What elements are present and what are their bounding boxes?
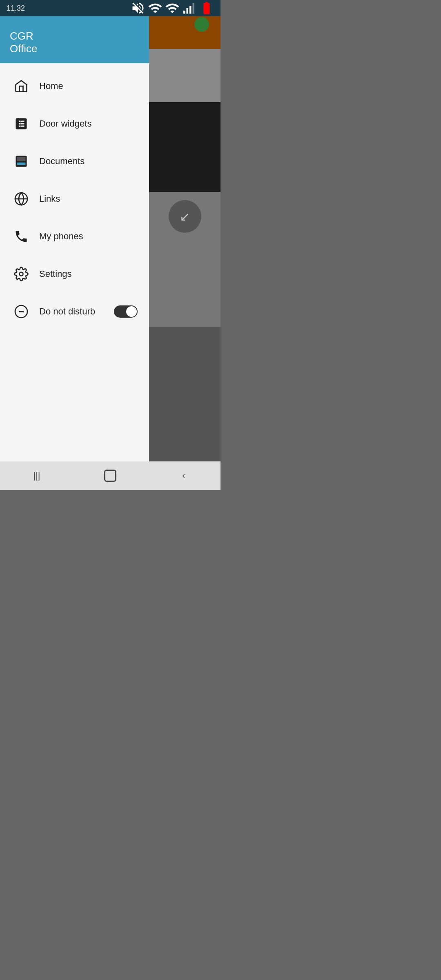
phone-icon <box>11 227 31 246</box>
recents-button[interactable]: ||| <box>24 468 49 484</box>
svg-point-5 <box>19 123 20 125</box>
status-icons <box>131 1 214 16</box>
green-dot-indicator <box>194 17 209 32</box>
back-icon: ‹ <box>182 470 185 481</box>
links-icon <box>11 189 31 209</box>
sidebar-item-settings-label: Settings <box>39 269 72 279</box>
svg-point-11 <box>20 272 23 276</box>
right-panel: ↙ <box>149 0 220 490</box>
dnd-toggle-container <box>114 305 138 318</box>
fab-icon: ↙ <box>180 209 190 224</box>
back-button[interactable]: ‹ <box>172 468 196 484</box>
right-panel-gray2: ↙ <box>149 192 220 327</box>
drawer-title-line2: Office <box>10 42 139 55</box>
door-icon <box>11 114 31 134</box>
status-bar: 11.32 <box>0 0 220 16</box>
recents-icon: ||| <box>33 470 40 481</box>
toggle-knob <box>126 306 137 317</box>
home-icon <box>11 76 31 96</box>
svg-rect-4 <box>18 118 19 129</box>
svg-rect-3 <box>193 3 195 14</box>
drawer-menu: Home Door widgets Document <box>0 63 149 490</box>
svg-rect-7 <box>17 163 26 165</box>
svg-rect-14 <box>105 470 116 481</box>
signal1-icon <box>165 1 180 16</box>
status-time: 11.32 <box>7 4 25 13</box>
signal2-icon <box>182 1 197 16</box>
sidebar-item-links-label: Links <box>39 194 60 204</box>
mute-icon <box>131 1 145 16</box>
documents-icon <box>11 151 31 171</box>
sidebar-item-dnd-label: Do not disturb <box>39 306 95 317</box>
dnd-toggle[interactable] <box>114 305 138 318</box>
right-panel-dark <box>149 102 220 192</box>
sidebar-item-links[interactable]: Links <box>0 180 149 218</box>
sidebar-item-my-phones-label: My phones <box>39 231 83 242</box>
sidebar-item-my-phones[interactable]: My phones <box>0 218 149 255</box>
svg-rect-2 <box>189 6 192 14</box>
navigation-drawer: CGR Office Home Door widgets <box>0 0 149 490</box>
right-panel-fab-area: ↙ <box>149 192 220 233</box>
sidebar-item-documents-label: Documents <box>39 156 85 167</box>
dnd-icon <box>11 302 31 321</box>
sidebar-item-settings[interactable]: Settings <box>0 255 149 293</box>
wifi-icon <box>148 1 163 16</box>
fab-button[interactable]: ↙ <box>169 200 201 233</box>
svg-rect-1 <box>187 8 189 14</box>
sidebar-item-home-label: Home <box>39 81 63 91</box>
settings-icon <box>11 264 31 284</box>
svg-rect-8 <box>17 157 26 162</box>
bottom-nav-bar: ||| ‹ <box>0 461 220 490</box>
sidebar-item-home[interactable]: Home <box>0 67 149 105</box>
sidebar-item-documents[interactable]: Documents <box>0 143 149 180</box>
right-panel-gray1 <box>149 49 220 102</box>
home-button[interactable] <box>98 468 122 484</box>
sidebar-item-door-widgets[interactable]: Door widgets <box>0 105 149 143</box>
battery-icon <box>199 1 214 16</box>
drawer-title-line1: CGR <box>10 30 139 42</box>
svg-rect-0 <box>183 11 185 14</box>
home-nav-icon <box>103 468 118 483</box>
sidebar-item-do-not-disturb[interactable]: Do not disturb <box>0 293 149 330</box>
sidebar-item-door-label: Door widgets <box>39 118 91 129</box>
